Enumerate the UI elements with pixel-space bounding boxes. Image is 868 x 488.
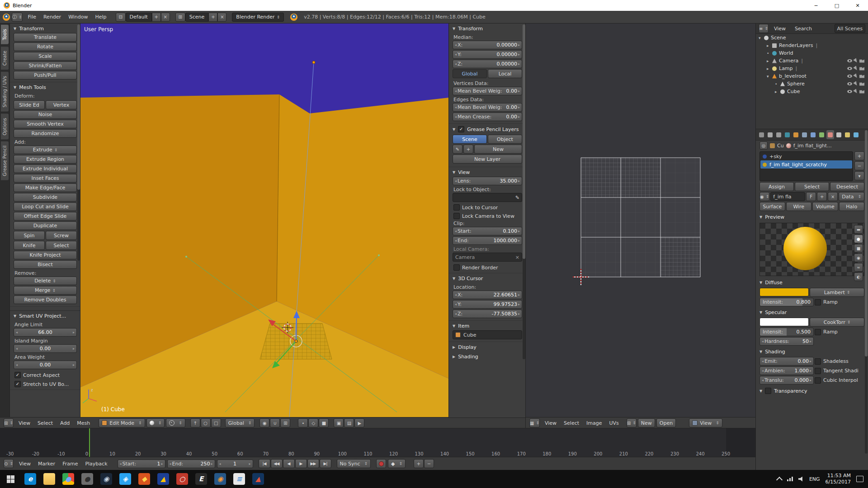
tool-button[interactable]: Duplicate [14,221,77,230]
jump-next-keyframe-icon[interactable]: ▶▶ [307,459,319,468]
tool-button[interactable]: Noise [14,110,77,119]
display-mode-dropdown[interactable]: View⇕ [689,418,722,427]
specular-intensity-slider[interactable]: Intensit:0.500 [760,328,814,336]
jump-prev-keyframe-icon[interactable]: ◀◀ [271,459,283,468]
outliner-row[interactable]: • Sphere [756,80,868,88]
maximize-button[interactable]: □ [826,0,847,11]
tool-button[interactable]: Select [46,241,77,250]
material-type-tab[interactable]: Wire [786,202,812,211]
delete-keyframe-button[interactable]: − [424,459,434,468]
option-checkbox[interactable]: ✓Stretch to UV Bo... [14,381,76,387]
game-launcher[interactable]: ▲ [154,470,173,488]
expand-icon[interactable]: ▸ [767,66,772,71]
constraints-tab-icon[interactable] [801,130,808,139]
render-border-checkbox[interactable]: Render Border [453,264,521,271]
screen-layout-field[interactable]: Default [126,13,152,22]
lock-object-field[interactable]: ✎ [453,193,522,202]
panel-header[interactable]: ▼Smart UV Project... [10,311,80,320]
material-type-tab[interactable]: Halo [839,202,865,211]
modifiers-tab-icon[interactable] [809,130,817,139]
tool-button[interactable]: Offset Edge Slide [14,212,77,221]
shading-checkbox[interactable]: Tangent Shadi [815,366,864,375]
diffuse-shader-dropdown[interactable]: Lambert⇕ [810,288,864,297]
diffuse-intensity-slider[interactable]: Intensit:0.800 [760,298,814,306]
cursor-axis-field[interactable]: ◂X:22.60651▸ [453,291,522,299]
tool-button[interactable]: Remove Doubles [14,296,77,304]
clip-field[interactable]: ◂Start:0.100▸ [453,227,522,235]
outliner-row[interactable]: ▸ Cube [756,88,868,95]
frame-end-field[interactable]: ◂End:250▸ [167,460,215,468]
gpencil-object-button[interactable]: Object [488,135,522,144]
vertex-select-icon[interactable]: ∙ [298,418,308,427]
open-image-button[interactable]: Open [656,418,676,427]
panel-header[interactable]: ▼Mesh Tools [10,82,80,92]
object-tab-icon[interactable] [792,130,800,139]
rocket-app[interactable]: ▲ [249,470,268,488]
preview-hair-icon[interactable]: ≈ [854,263,863,272]
diffuse-panel-header[interactable]: ▼Diffuse [756,277,868,287]
browse-material-icon[interactable]: ◉⇕ [760,192,769,201]
transparency-panel-header[interactable]: ▼Transparency [756,385,868,395]
specular-shader-dropdown[interactable]: CookTorr⇕ [810,318,864,327]
render-layers-tab-icon[interactable] [766,130,774,139]
material-slot[interactable]: +sky [760,152,852,160]
menu-item[interactable]: Playback [81,461,111,467]
deselect-button[interactable]: Deselect [830,182,864,191]
jump-to-start-icon[interactable]: |◀ [259,459,270,468]
menu-item[interactable]: File [24,14,40,20]
texture-tab-icon[interactable] [835,130,843,139]
specular-panel-header[interactable]: ▼Specular [756,307,868,317]
new-material-button[interactable]: + [817,192,827,201]
median-axis-field[interactable]: ◂X:0.00000▸ [453,41,522,49]
manipulator-rotate-icon[interactable]: ○ [201,418,211,427]
uv-image-editor[interactable] [526,23,756,418]
tool-button[interactable]: Screw [46,231,77,240]
editor-type-icon[interactable]: ⓘ⇕ [12,13,23,22]
tool-button[interactable]: Randomize [14,129,77,138]
record-button[interactable] [376,459,386,468]
menu-item[interactable]: Frame [59,461,81,467]
outliner-item-label[interactable]: World [779,50,793,56]
text-editor[interactable]: ≡ [230,470,249,488]
expand-icon[interactable]: ▾ [759,36,764,40]
close-button[interactable]: ✕ [847,0,868,11]
panel-checkbox[interactable]: ✓ [458,126,464,132]
specular-ramp-checkbox[interactable]: Ramp [815,328,864,336]
world-tab-icon[interactable] [783,130,791,139]
manipulator-scale-icon[interactable]: □ [211,418,221,427]
transparency-checkbox[interactable] [765,388,771,394]
viewport-3d[interactable]: z User Persp (1) Cube [80,23,449,418]
outliner-item-label[interactable]: Cube [787,89,800,94]
outliner-item-label[interactable]: Scene [771,35,786,41]
panel-header[interactable]: ▼Transform [449,23,526,33]
face-select-icon[interactable]: ■ [319,418,329,427]
panel-header[interactable]: ▼3D Cursor [449,273,526,283]
viewport-shading-dropdown[interactable]: ⇕ [146,418,165,427]
new-image-button[interactable]: New [638,418,655,427]
hardness-field[interactable]: ◂Hardness:50▸ [760,337,814,346]
link-data-dropdown[interactable]: Data⇕ [839,192,864,201]
toolshelf-scrollbar[interactable] [77,24,80,261]
material-type-tab[interactable]: Volume [812,202,838,211]
language-indicator[interactable]: ENG [809,476,820,482]
outliner-row[interactable]: ▾ Scene [756,34,868,42]
remove-menu-button[interactable]: Delete⇕ [14,277,77,285]
global-button[interactable]: Global [453,69,487,78]
tool-button[interactable]: Loop Cut and Slide [14,202,77,211]
menu-item[interactable]: Window [65,14,91,20]
editor-type-icon[interactable]: ▦⇕ [529,418,540,427]
system-clock[interactable]: 11:53 AM 6/15/2017 [826,473,851,486]
expand-icon[interactable]: • [767,51,772,56]
menu-item[interactable]: UVs [606,420,623,426]
gpencil-scene-button[interactable]: Scene [453,135,487,144]
menu-item[interactable]: Add [57,420,73,426]
opengl-render-anim-icon[interactable]: ▶ [354,418,364,427]
outliner-search-menu[interactable]: Search [791,26,816,32]
mean-bevel-weight-field[interactable]: ◂Mean Bevel Weig:0.00▸ [453,87,522,95]
material-tab-icon[interactable] [826,130,834,139]
specular-color-swatch[interactable] [760,318,809,326]
expand-icon[interactable]: ▸ [775,89,780,94]
menu-item[interactable]: View [15,461,34,467]
volume-icon[interactable] [798,477,804,482]
opera-browser[interactable]: ○ [173,470,192,488]
